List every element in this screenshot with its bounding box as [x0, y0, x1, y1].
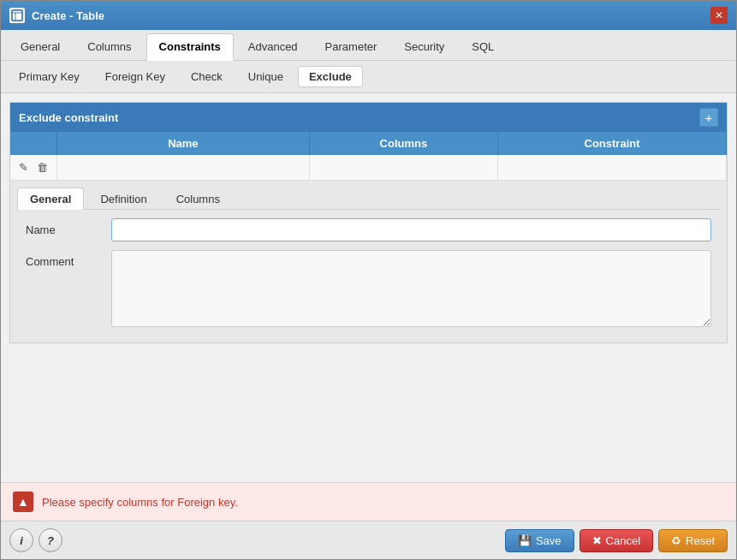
comment-label: Comment: [26, 250, 111, 268]
action-icons: ✎ 🗑: [17, 159, 50, 176]
table-icon: [9, 8, 25, 23]
table-row-columns: [309, 155, 497, 181]
delete-button[interactable]: 🗑: [35, 159, 50, 176]
content-area: Exclude constraint + Name Columns Constr…: [1, 93, 736, 482]
constraint-table: Name Columns Constraint ✎ 🗑: [10, 132, 727, 181]
inner-form-section: General Definition Columns Name Comment: [10, 181, 727, 343]
help-button[interactable]: ?: [39, 528, 62, 552]
tab-sql[interactable]: SQL: [459, 33, 507, 60]
table-row-actions: ✎ 🗑: [10, 155, 57, 181]
info-button[interactable]: i: [9, 528, 33, 552]
window-title: Create - Table: [32, 9, 104, 22]
table-header-row: Name Columns Constraint: [10, 132, 727, 155]
title-bar-left: Create - Table: [9, 8, 104, 23]
inner-tab-definition[interactable]: Definition: [87, 188, 159, 210]
add-constraint-button[interactable]: +: [699, 108, 718, 127]
table-header-constraint: Constraint: [498, 132, 727, 155]
tab-columns[interactable]: Columns: [74, 33, 144, 60]
cancel-button[interactable]: ✖ Cancel: [579, 529, 653, 552]
footer: i ? 💾 Save ✖ Cancel ♻ Reset: [1, 521, 736, 559]
inner-tab-columns[interactable]: Columns: [163, 188, 233, 210]
title-bar: Create - Table ✕: [1, 1, 736, 30]
save-icon: 💾: [518, 534, 532, 547]
table-row-name: [57, 155, 310, 181]
footer-left: i ?: [9, 528, 62, 552]
reset-label: Reset: [686, 534, 715, 547]
constraint-panel-title: Exclude constraint: [19, 111, 118, 124]
cancel-icon: ✖: [592, 534, 602, 547]
inner-tab-general[interactable]: General: [17, 188, 84, 210]
error-message: Please specify columns for Foreign key.: [42, 496, 238, 509]
sub-tab-bar: Primary Key Foreign Key Check Unique Exc…: [1, 61, 736, 93]
constraint-panel-header: Exclude constraint +: [10, 103, 727, 132]
name-row: Name: [17, 218, 720, 241]
create-table-dialog: Create - Table ✕ General Columns Constra…: [0, 0, 737, 560]
sub-tab-unique[interactable]: Unique: [237, 66, 294, 87]
name-label: Name: [26, 218, 111, 236]
constraint-panel: Exclude constraint + Name Columns Constr…: [9, 102, 728, 343]
edit-button[interactable]: ✎: [17, 159, 30, 176]
tab-security[interactable]: Security: [391, 33, 457, 60]
tab-advanced[interactable]: Advanced: [235, 33, 311, 60]
sub-tab-primary-key[interactable]: Primary Key: [8, 66, 91, 87]
footer-right: 💾 Save ✖ Cancel ♻ Reset: [505, 529, 728, 552]
svg-rect-3: [12, 10, 22, 21]
save-button[interactable]: 💾 Save: [505, 529, 574, 552]
inner-tab-bar: General Definition Columns: [17, 188, 720, 210]
name-input[interactable]: [111, 218, 711, 241]
table-header-actions: [10, 132, 57, 155]
reset-button[interactable]: ♻ Reset: [658, 529, 728, 552]
cancel-label: Cancel: [606, 534, 640, 547]
comment-textarea[interactable]: [111, 250, 711, 327]
table-header-name: Name: [57, 132, 310, 155]
error-bar: ▲ Please specify columns for Foreign key…: [1, 482, 736, 521]
nav-tab-bar: General Columns Constraints Advanced Par…: [1, 30, 736, 61]
table-row-constraint: [498, 155, 727, 181]
comment-row: Comment: [17, 250, 720, 327]
warning-icon: ▲: [13, 491, 33, 512]
table-row: ✎ 🗑: [10, 155, 727, 181]
close-button[interactable]: ✕: [710, 7, 728, 24]
sub-tab-exclude[interactable]: Exclude: [298, 66, 363, 87]
table-header-columns: Columns: [309, 132, 497, 155]
tab-general[interactable]: General: [8, 33, 73, 60]
tab-constraints[interactable]: Constraints: [146, 33, 234, 61]
reset-icon: ♻: [671, 534, 681, 547]
save-label: Save: [536, 534, 562, 547]
sub-tab-check[interactable]: Check: [180, 66, 234, 87]
sub-tab-foreign-key[interactable]: Foreign Key: [94, 66, 176, 87]
tab-parameter[interactable]: Parameter: [312, 33, 390, 60]
